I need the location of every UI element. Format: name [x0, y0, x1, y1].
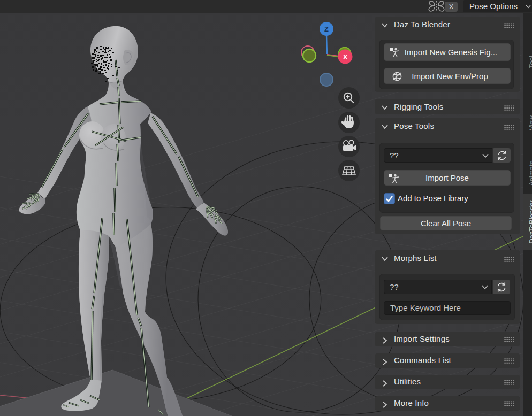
svg-text:X: X [343, 53, 348, 61]
svg-text:Z: Z [324, 25, 329, 33]
